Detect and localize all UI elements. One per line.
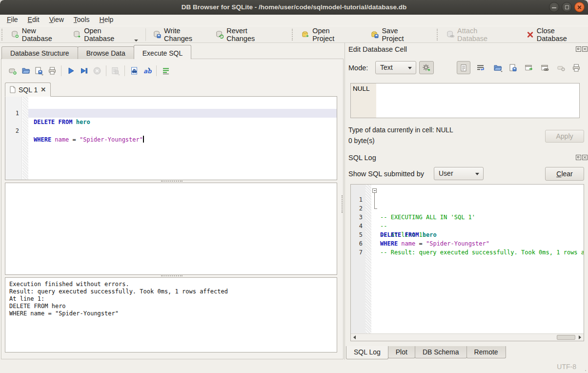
sql-document-tab[interactable]: SQL 1 ✕ [5,83,51,97]
mode-combobox[interactable]: Text [375,61,416,74]
app-window: DB Browser for SQLite - /home/user/code/… [0,0,588,373]
toolbar-drag-handle[interactable] [292,29,296,41]
results-message-splitter[interactable] [161,275,182,277]
text-document-icon [460,64,467,72]
revert-changes-icon [216,30,223,39]
word-wrap-icon [476,63,485,72]
title-bar[interactable]: DB Browser for SQLite - /home/user/code/… [0,0,588,15]
new-tab-icon [8,66,17,75]
save-file-icon [508,63,517,72]
current-line-highlight [28,109,337,118]
set-null-icon [557,63,566,72]
scrollbar-thumb[interactable] [557,335,575,340]
execute-current-line-button[interactable] [77,64,90,78]
chevron-down-icon [408,67,412,69]
cell-size-info: 0 byte(s) [348,137,375,145]
close-tab-icon[interactable]: ✕ [41,86,46,93]
status-bar: UTF-8 [0,360,588,373]
tab-execute-sql[interactable]: Execute SQL [134,45,192,59]
maximize-button[interactable] [562,2,572,12]
open-file-icon [493,63,503,72]
tab-sql-log[interactable]: SQL Log [346,346,388,359]
write-changes-button[interactable]: Write Changes [149,25,212,44]
save-results-icon [111,66,121,75]
editor-results-splitter[interactable] [161,181,182,182]
sql-tab-label: SQL 1 [19,86,38,94]
copy-link-button[interactable] [538,61,552,74]
open-database-dropdown-icon[interactable] [134,40,138,41]
import-from-file-button[interactable] [490,61,507,74]
float-panel-button[interactable] [576,46,581,52]
line-number: 2 [5,126,19,135]
sql-editor-toolbar: ab [6,64,172,78]
find-in-sql-button[interactable] [127,64,141,78]
tab-database-structure[interactable]: Database Structure [1,46,78,59]
save-file-icon [34,66,44,75]
toggle-results-pane-button[interactable] [159,64,172,78]
print-cell-button[interactable] [569,61,583,74]
new-database-button[interactable]: New Database [7,25,70,44]
print-icon [572,63,581,72]
execution-message-pane[interactable]: Execution finished without errors.Result… [5,277,337,352]
message-line: Result: query executed successfully. Too… [9,288,333,295]
open-project-button[interactable]: Open Project [298,25,355,44]
minimize-button[interactable] [549,2,559,12]
new-sql-tab-button[interactable] [6,64,19,78]
find-icon [130,66,139,75]
execute-icon [66,66,75,75]
open-file-icon [21,66,30,75]
tab-db-schema[interactable]: DB Schema [415,346,467,358]
code-line: WHERE name = "Spider-Youngster" [34,135,144,144]
save-results-button [109,64,122,78]
set-null-button [554,61,568,74]
cell-value-editor[interactable]: NULL [350,83,580,118]
toolbar-drag-handle[interactable] [1,29,5,41]
message-line: WHERE name = "Spider-Youngster" [9,310,333,317]
results-pane[interactable] [5,183,337,275]
clear-log-button[interactable]: Clear [545,167,584,181]
minimize-icon [552,7,556,8]
right-dock-area: Edit Database Cell Mode: Text NULL Type … [345,43,588,360]
fold-marker[interactable] [372,186,379,195]
main-tab-bar: Database Structure Browse Data Execute S… [1,46,191,59]
stop-icon [93,66,101,75]
close-database-button[interactable]: Close Database [523,25,588,44]
log-horizontal-scrollbar[interactable] [351,333,584,341]
sql-log-title: SQL Log [348,154,376,162]
open-database-icon [73,30,81,39]
export-to-file-button[interactable] [506,61,520,74]
tab-plot[interactable]: Plot [388,346,415,358]
save-project-button[interactable]: Save Project [367,25,423,44]
toolbar-drag-handle[interactable] [437,29,441,41]
open-sql-file-button[interactable] [19,64,32,78]
close-button[interactable] [574,2,585,12]
sql-log-view[interactable]: 1 -- EXECUTING ALL IN 'SQL 1' 2 -- 3 -- … [350,184,584,341]
cell-type-info: Type of data currently in cell: NULL [348,126,453,134]
tab-browse-data[interactable]: Browse Data [78,46,134,59]
log-filter-combobox[interactable]: User [434,167,484,180]
print-sql-button[interactable] [45,64,59,78]
sql-editor[interactable]: 1 DELETE FROM hero 2 WHERE name = "Spide… [5,96,337,180]
scroll-left-arrow-icon[interactable] [351,334,358,341]
format-sql-button[interactable]: ab [141,64,154,78]
panel-splitter[interactable] [342,195,343,213]
new-database-icon [11,30,19,39]
dock-tab-bar: SQL Log Plot DB Schema Remote [346,346,506,359]
resize-grip[interactable] [585,370,586,371]
open-database-button[interactable]: Open Database [69,25,142,44]
float-panel-button[interactable] [576,155,581,160]
log-filter-label: Show SQL submitted by [348,170,424,178]
tab-remote[interactable]: Remote [466,346,506,358]
revert-changes-button[interactable]: Revert Changes [212,25,279,44]
close-panel-button[interactable] [582,155,588,160]
execute-all-button[interactable] [64,64,77,78]
word-wrap-button[interactable] [473,61,487,74]
open-project-icon [302,30,309,39]
link-icon [541,63,549,72]
auto-apply-button[interactable] [419,61,434,74]
open-in-external-button[interactable] [522,61,536,74]
text-view-button[interactable] [457,61,470,74]
save-sql-file-button[interactable] [32,64,45,78]
close-panel-button[interactable] [582,46,588,52]
scroll-right-arrow-icon[interactable] [576,334,584,341]
